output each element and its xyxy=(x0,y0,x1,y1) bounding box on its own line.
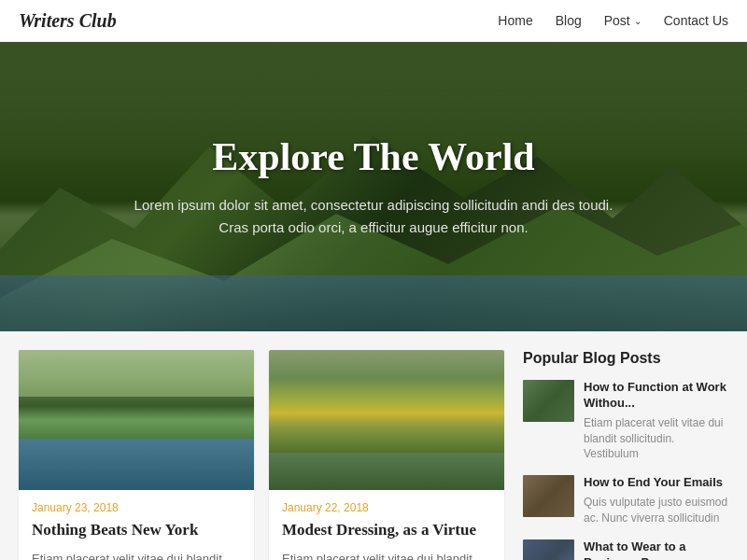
card-body-1: January 23, 2018 Nothing Beats New York … xyxy=(19,490,254,560)
card-date-1: January 23, 2018 xyxy=(32,501,241,514)
sidebar-title: Popular Blog Posts xyxy=(523,350,728,367)
sidebar-post-content-2: How to End Your Emails Quis vulputate ju… xyxy=(584,475,728,525)
header: Writers Club Home Blog Post ⌄ Contact Us xyxy=(0,0,747,42)
site-logo: Writers Club xyxy=(19,10,117,32)
blog-card-1[interactable]: January 23, 2018 Nothing Beats New York … xyxy=(19,350,254,560)
sidebar-post-2[interactable]: How to End Your Emails Quis vulputate ju… xyxy=(523,475,728,525)
card-img-lake xyxy=(19,350,254,490)
hero-section: Explore The World Lorem ipsum dolor sit … xyxy=(0,42,747,331)
sidebar-post-title-3: What to Wear to a Business Par... xyxy=(584,539,728,560)
navigation: Home Blog Post ⌄ Contact Us xyxy=(498,13,728,28)
card-img-forest xyxy=(269,350,504,490)
nav-post[interactable]: Post ⌄ xyxy=(604,13,641,28)
card-image-2 xyxy=(269,350,504,490)
nav-blog[interactable]: Blog xyxy=(556,13,582,28)
hero-water xyxy=(0,275,747,331)
sidebar-post-1[interactable]: How to Function at Work Withou... Etiam … xyxy=(523,380,728,462)
card-body-2: January 22, 2018 Modest Dressing, as a V… xyxy=(269,490,504,560)
sidebar-post-title-2: How to End Your Emails xyxy=(584,475,728,491)
card-image-1 xyxy=(19,350,254,490)
hero-subtitle: Lorem ipsum dolor sit amet, consectetur … xyxy=(134,194,613,239)
card-date-2: January 22, 2018 xyxy=(282,501,491,514)
hero-subtitle-line1: Lorem ipsum dolor sit amet, consectetur … xyxy=(134,197,613,213)
blog-card-2[interactable]: January 22, 2018 Modest Dressing, as a V… xyxy=(269,350,504,560)
sidebar-post-content-3: What to Wear to a Business Par... enim i… xyxy=(584,539,728,560)
sidebar-post-text-2: Quis vulputate justo euismod ac. Nunc vi… xyxy=(584,495,728,526)
hero-title: Explore The World xyxy=(134,134,613,179)
card-text-2: Etiam placerat velit vitae dui blandit s… xyxy=(282,550,491,560)
nav-home[interactable]: Home xyxy=(498,13,532,28)
main-content: January 23, 2018 Nothing Beats New York … xyxy=(0,331,747,560)
card-title-2[interactable]: Modest Dressing, as a Virtue xyxy=(282,520,491,540)
sidebar-post-title-1: How to Function at Work Withou... xyxy=(584,380,728,412)
nav-contact[interactable]: Contact Us xyxy=(664,13,728,28)
sidebar: Popular Blog Posts How to Function at Wo… xyxy=(523,350,728,560)
sidebar-thumb-3 xyxy=(523,539,574,560)
sidebar-post-content-1: How to Function at Work Withou... Etiam … xyxy=(584,380,728,462)
sidebar-post-3[interactable]: What to Wear to a Business Par... enim i… xyxy=(523,539,728,560)
hero-subtitle-line2: Cras porta odio orci, a efficitur augue … xyxy=(218,219,528,235)
chevron-down-icon: ⌄ xyxy=(634,16,641,26)
nav-post-label: Post xyxy=(604,13,630,28)
sidebar-thumb-2 xyxy=(523,475,574,517)
card-text-1: Etiam placerat velit vitae dui blandit s… xyxy=(32,550,241,560)
hero-content: Explore The World Lorem ipsum dolor sit … xyxy=(60,134,688,239)
blog-cards-section: January 23, 2018 Nothing Beats New York … xyxy=(19,350,504,560)
card-title-1[interactable]: Nothing Beats New York xyxy=(32,520,241,540)
sidebar-thumb-1 xyxy=(523,380,574,422)
sidebar-post-text-1: Etiam placerat velit vitae dui blandit s… xyxy=(584,415,728,462)
